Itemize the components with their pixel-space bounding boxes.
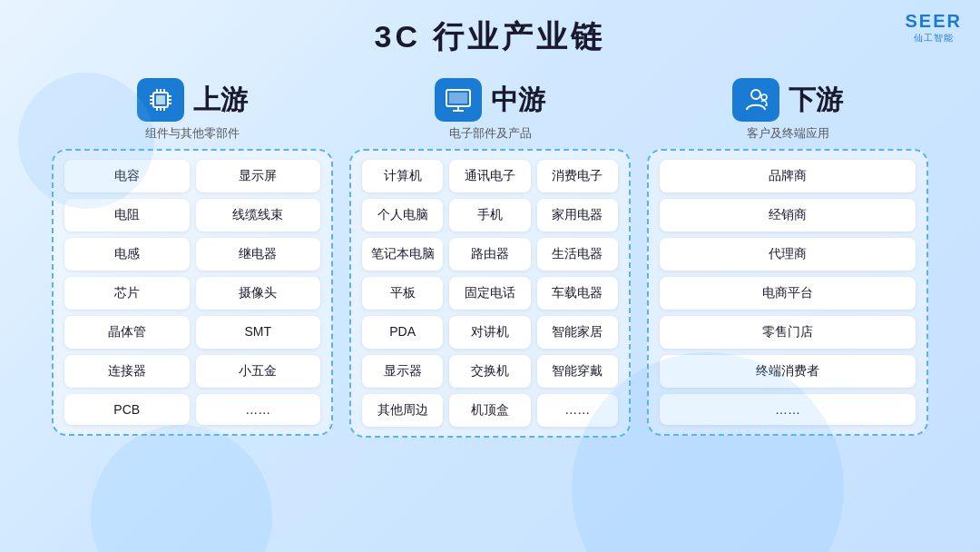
item-tag: 晶体管	[64, 316, 190, 349]
svg-point-18	[751, 90, 760, 99]
item-tag: 固定电话	[449, 277, 530, 310]
midstream-grid: 计算机通讯电子消费电子个人电脑手机家用电器笔记本电脑路由器生活电器平板固定电话车…	[362, 160, 618, 427]
item-tag: ……	[196, 394, 321, 425]
item-tag: 电商平台	[660, 277, 916, 310]
item-tag: 经销商	[660, 199, 916, 232]
item-tag: 品牌商	[660, 160, 916, 192]
item-tag: 计算机	[362, 160, 443, 192]
item-tag: 交换机	[449, 355, 530, 388]
item-tag: 线缆线束	[196, 199, 321, 232]
item-tag: 消费电子	[537, 160, 618, 192]
item-tag: 显示器	[362, 355, 443, 388]
item-tag: PDA	[362, 316, 443, 349]
item-tag: SMT	[196, 316, 321, 349]
item-tag: 小五金	[196, 355, 321, 388]
bg-decoration-3	[18, 73, 154, 209]
item-tag: 智能家居	[537, 316, 618, 349]
midstream-box: 计算机通讯电子消费电子个人电脑手机家用电器笔记本电脑路由器生活电器平板固定电话车…	[349, 149, 631, 438]
midstream-header: 中游	[435, 78, 545, 122]
midstream-icon-bg	[435, 78, 482, 122]
downstream-icon-bg	[732, 78, 779, 122]
person-icon	[741, 85, 770, 114]
item-tag: 电感	[64, 238, 190, 271]
item-tag: 路由器	[449, 238, 530, 271]
midstream-label: 中游	[491, 82, 545, 119]
item-tag: 零售门店	[660, 316, 916, 349]
downstream-sublabel: 客户及终端应用	[747, 125, 829, 142]
item-tag: 连接器	[64, 355, 190, 388]
item-tag: 手机	[449, 199, 530, 232]
svg-rect-17	[449, 93, 467, 104]
item-tag: 其他周边	[362, 394, 443, 427]
upstream-sublabel: 组件与其他零部件	[145, 125, 240, 142]
item-tag: 机顶盒	[449, 394, 530, 427]
item-tag: PCB	[64, 394, 190, 425]
page-title: 3C 行业产业链	[0, 0, 980, 58]
svg-point-19	[761, 94, 767, 100]
item-tag: 平板	[362, 277, 443, 310]
item-tag: 智能穿戴	[537, 355, 618, 388]
logo: SEER 仙工智能	[906, 11, 962, 44]
item-tag: 车载电器	[537, 277, 618, 310]
midstream-sublabel: 电子部件及产品	[449, 125, 532, 142]
downstream-label: 下游	[789, 82, 843, 119]
item-tag: 家用电器	[537, 199, 618, 232]
logo-text: SEER	[906, 11, 962, 32]
item-tag: 芯片	[64, 277, 190, 310]
item-tag: 通讯电子	[449, 160, 530, 192]
midstream-column: 中游 电子部件及产品 计算机通讯电子消费电子个人电脑手机家用电器笔记本电脑路由器…	[349, 78, 631, 438]
svg-rect-1	[156, 95, 165, 104]
monitor-icon	[444, 85, 473, 114]
item-tag: 继电器	[196, 238, 321, 271]
item-tag: 摄像头	[196, 277, 321, 310]
upstream-label: 上游	[193, 82, 248, 119]
item-tag: 代理商	[660, 238, 916, 271]
chip-icon	[146, 85, 175, 114]
item-tag: 显示屏	[196, 160, 321, 192]
item-tag: 笔记本电脑	[362, 238, 443, 271]
item-tag: 个人电脑	[362, 199, 443, 232]
item-tag: 对讲机	[449, 316, 530, 349]
item-tag: 生活电器	[537, 238, 618, 271]
upstream-header: 上游	[137, 78, 248, 122]
downstream-header: 下游	[732, 78, 843, 122]
logo-subtitle: 仙工智能	[914, 32, 954, 44]
